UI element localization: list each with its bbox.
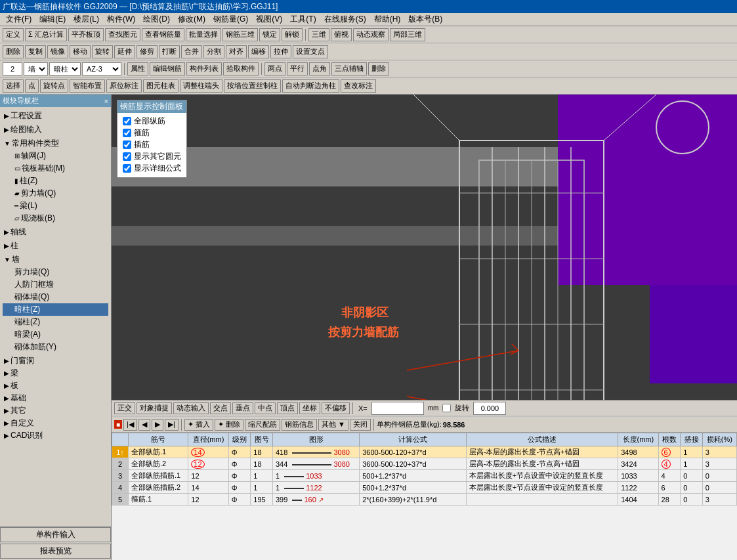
btn-extend[interactable]: 延伸 bbox=[114, 45, 135, 58]
nav-custom-header[interactable]: ▶ 自定义 bbox=[3, 417, 108, 429]
nav-item-hidden-col[interactable]: 暗柱(Z) bbox=[3, 303, 108, 316]
checkbox-other[interactable] bbox=[123, 152, 131, 161]
btn-local-3d[interactable]: 局部三维 bbox=[390, 28, 425, 41]
nav-item-masonry-rebar[interactable]: 砌体加筋(Y) bbox=[3, 341, 108, 353]
btn-delete-row[interactable]: ✦ 删除 bbox=[215, 419, 243, 431]
btn-trim[interactable]: 修剪 bbox=[137, 45, 158, 58]
btn-rebar-3d[interactable]: 钢筋三维 bbox=[222, 28, 258, 41]
btn-edit-rebar[interactable]: 编辑钢筋 bbox=[150, 62, 185, 75]
rotate-input[interactable] bbox=[473, 402, 506, 415]
menu-online[interactable]: 在线服务(S) bbox=[321, 13, 369, 26]
btn-lock[interactable]: 锁定 bbox=[259, 28, 280, 41]
btn-break[interactable]: 打断 bbox=[159, 45, 180, 58]
checkbox-insert[interactable] bbox=[123, 140, 131, 149]
nav-other-header[interactable]: ▶ 其它 bbox=[3, 404, 108, 417]
nav-first[interactable]: |◀ bbox=[123, 419, 137, 431]
btn-move[interactable]: 移动 bbox=[70, 45, 91, 58]
btn-select[interactable]: 选择 bbox=[3, 79, 24, 93]
nav-item-grid[interactable]: ⊞ 轴网(J) bbox=[3, 150, 108, 162]
nav-item-masonry-wall[interactable]: 砌体墙(Q) bbox=[3, 291, 108, 303]
btn-component-list[interactable]: 构件列表 bbox=[186, 62, 222, 75]
btn-find[interactable]: 查找图元 bbox=[105, 28, 140, 41]
nav-beam-header[interactable]: ▶ 梁 bbox=[3, 367, 108, 379]
btn-scale-rebar[interactable]: 缩尺配筋 bbox=[245, 419, 280, 431]
btn-check-annot[interactable]: 查改标注 bbox=[341, 79, 376, 93]
btn-delete[interactable]: 删除 bbox=[3, 45, 24, 58]
nav-draw-header[interactable]: ▶ 绘图输入 bbox=[3, 123, 108, 136]
btn-merge[interactable]: 合并 bbox=[181, 45, 202, 58]
btn-dynamic-input[interactable]: 动态输入 bbox=[173, 402, 209, 414]
nav-item-hidden-beam[interactable]: 暗梁(A) bbox=[3, 328, 108, 341]
nav-axis-header[interactable]: ▶ 轴线 bbox=[3, 226, 108, 238]
btn-insert-row[interactable]: ✦ 插入 bbox=[184, 419, 213, 431]
btn-snap[interactable]: 对象捕捉 bbox=[137, 402, 172, 414]
menu-component[interactable]: 构件(W) bbox=[104, 13, 138, 26]
btn-stretch[interactable]: 拉伸 bbox=[270, 45, 291, 58]
btn-point-angle[interactable]: 点角 bbox=[309, 62, 330, 75]
btn-batch-select[interactable]: 批量选择 bbox=[186, 28, 221, 41]
nav-close-icon[interactable]: × bbox=[104, 97, 108, 105]
table-row[interactable]: 4 全部纵筋插筋.2 14 Φ 1 1 1122 500+1.2*37*d bbox=[112, 482, 737, 494]
btn-rotate-point[interactable]: 旋转点 bbox=[40, 79, 68, 93]
nav-item-col[interactable]: ▮ 柱(Z) bbox=[3, 175, 108, 187]
btn-set-pivot[interactable]: 设置支点 bbox=[293, 45, 328, 58]
rotate-checkbox[interactable] bbox=[442, 404, 451, 412]
btn-single-component[interactable]: 单构件输入 bbox=[0, 527, 111, 542]
nav-prev[interactable]: ◀ bbox=[138, 419, 150, 431]
nav-foundation-header[interactable]: ▶ 基础 bbox=[3, 392, 108, 404]
nav-item-raft[interactable]: ▭ 筏板基础(M) bbox=[3, 162, 108, 175]
checkbox-stirrup[interactable] bbox=[123, 129, 131, 137]
btn-in-place-annot[interactable]: 原位标注 bbox=[106, 79, 142, 93]
nav-item-shear-wall2[interactable]: 剪力墙(Q) bbox=[3, 266, 108, 278]
btn-other[interactable]: 其他 ▼ bbox=[318, 419, 348, 431]
x-input[interactable] bbox=[371, 402, 424, 415]
btn-unlock[interactable]: 解锁 bbox=[282, 28, 303, 41]
nav-item-beam[interactable]: ━ 梁(L) bbox=[3, 200, 108, 212]
wall-type-select[interactable]: 墙 bbox=[24, 62, 48, 75]
menu-tools[interactable]: 工具(T) bbox=[287, 13, 319, 26]
nav-col2-header[interactable]: ▶ 柱 bbox=[3, 240, 108, 252]
btn-delete-aux[interactable]: 删除 bbox=[368, 62, 389, 75]
btn-perpendicular[interactable]: 垂点 bbox=[232, 402, 253, 414]
nav-common-header[interactable]: ▼ 常用构件类型 bbox=[3, 137, 108, 150]
nav-door-header[interactable]: ▶ 门窗洞 bbox=[3, 355, 108, 367]
nav-slab-header[interactable]: ▶ 板 bbox=[3, 379, 108, 392]
btn-offset[interactable]: 编移 bbox=[248, 45, 269, 58]
menu-rebar-qty[interactable]: 钢筋量(G) bbox=[210, 13, 251, 26]
btn-smart-place[interactable]: 智能布置 bbox=[70, 79, 105, 93]
nav-wall-header[interactable]: ▼ 墙 bbox=[3, 253, 108, 266]
table-row[interactable]: 2 全部纵筋.2 12 Φ 18 344 3080 3600-500-120+3… bbox=[112, 458, 737, 470]
table-row[interactable]: 5 箍筋.1 12 Φ 195 399 160 ↗ 2*(160+39 bbox=[112, 494, 737, 506]
menu-modify[interactable]: 修改(M) bbox=[175, 13, 209, 26]
nav-next[interactable]: ▶ bbox=[152, 419, 163, 431]
checkbox-formula[interactable] bbox=[123, 164, 131, 173]
menu-edit[interactable]: 编辑(E) bbox=[36, 13, 69, 26]
btn-ortho[interactable]: 正交 bbox=[114, 402, 135, 414]
btn-point[interactable]: 点 bbox=[25, 79, 39, 93]
wall-subtype-select[interactable]: 暗柱 bbox=[49, 62, 81, 75]
btn-3d[interactable]: 三维 bbox=[308, 28, 329, 41]
btn-pick-component[interactable]: 拾取构件 bbox=[223, 62, 259, 75]
menu-view[interactable]: 视图(V) bbox=[253, 13, 285, 26]
btn-split[interactable]: 分割 bbox=[203, 45, 224, 58]
viewport[interactable]: 钢筋显示控制面板 全部纵筋 箍筋 插筋 显示其它圆元 bbox=[112, 95, 737, 400]
btn-auto-corner[interactable]: 自动判断边角柱 bbox=[282, 79, 339, 93]
btn-rotate[interactable]: 旋转 bbox=[92, 45, 113, 58]
btn-align[interactable]: 对齐 bbox=[226, 45, 247, 58]
btn-no-offset[interactable]: 不偏移 bbox=[322, 402, 350, 414]
menu-file[interactable]: 文件(F) bbox=[3, 13, 35, 26]
nav-cad-header[interactable]: ▶ CAD识别 bbox=[3, 429, 108, 442]
menu-floor[interactable]: 楼层(L) bbox=[70, 13, 102, 26]
rebar-table-container[interactable]: 筋号 直径(mm) 级别 图号 图形 计算公式 公式描述 长度(mm) 根数 搭… bbox=[112, 433, 737, 560]
nav-eng-header[interactable]: ▶ 工程设置 bbox=[3, 110, 108, 122]
btn-flush[interactable]: 平齐板顶 bbox=[68, 28, 104, 41]
nav-last[interactable]: ▶| bbox=[165, 419, 179, 431]
btn-rebar-info[interactable]: 钢筋信息 bbox=[282, 419, 317, 431]
btn-view-rebar[interactable]: 查看钢筋量 bbox=[142, 28, 184, 41]
nav-item-slab[interactable]: ▱ 现浇板(B) bbox=[3, 212, 108, 225]
menu-version[interactable]: 版本号(B) bbox=[405, 13, 446, 26]
btn-adjust-end[interactable]: 调整柱端头 bbox=[180, 79, 222, 93]
btn-top-view[interactable]: 俯视 bbox=[331, 28, 352, 41]
btn-midpoint[interactable]: 中点 bbox=[255, 402, 276, 414]
btn-vertex[interactable]: 顶点 bbox=[277, 402, 298, 414]
